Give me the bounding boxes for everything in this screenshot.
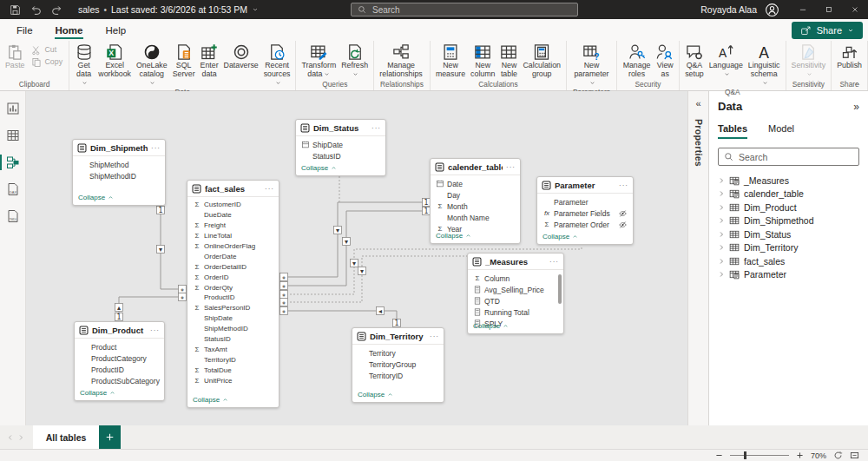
ribbon-button[interactable]: A Linguistic schema — [746, 42, 783, 88]
view-report[interactable] — [0, 99, 25, 118]
table-field[interactable]: Σ Month — [431, 201, 520, 212]
table-card-header[interactable]: Parameter ··· — [537, 177, 633, 194]
chevron-right-icon[interactable] — [718, 217, 725, 224]
table-card-header[interactable]: calender_table ··· — [431, 159, 520, 175]
table-field[interactable]: ProductSubCategory — [75, 375, 164, 386]
global-search-box[interactable]: Search — [351, 3, 578, 16]
ribbon-button[interactable]: Q&A setup — [682, 42, 707, 88]
ribbon-button[interactable]: New measure — [433, 42, 468, 80]
view-data[interactable] — [0, 126, 25, 145]
table-field[interactable]: ShipDate — [296, 139, 385, 150]
ribbon-tab[interactable]: Home — [44, 25, 95, 41]
table-field[interactable]: Σ Column — [468, 273, 563, 284]
zoom-out-button[interactable] — [715, 451, 723, 459]
view-model[interactable] — [0, 153, 25, 172]
ribbon-button[interactable]: Get data — [72, 42, 95, 88]
table-field[interactable]: Σ OrderQty — [187, 282, 279, 293]
table-field[interactable]: ProductCategory — [75, 352, 164, 364]
chevron-right-icon[interactable] — [718, 271, 725, 278]
ribbon-button[interactable]: View as — [654, 42, 676, 80]
table-field[interactable]: Σ CustomerID — [187, 200, 279, 210]
ribbon-button[interactable]: Copy — [28, 57, 67, 68]
table-field[interactable]: ShipMethodID — [187, 324, 279, 334]
ribbon-button[interactable]: Dataverse — [221, 42, 261, 88]
ribbon-button[interactable]: Recent sources — [261, 42, 293, 88]
collapse-data-pane-icon[interactable]: » — [853, 101, 859, 113]
ribbon-button[interactable]: Cut — [28, 45, 67, 56]
collapse-link[interactable]: Collapse — [542, 233, 578, 240]
redo-icon[interactable] — [51, 4, 62, 16]
expand-properties-icon[interactable]: « — [695, 98, 700, 109]
model-table-card[interactable]: calender_table ··· Date Day Σ — [430, 158, 521, 244]
table-field[interactable]: Σ OrderID — [187, 272, 279, 282]
reset-zoom-button[interactable] — [833, 451, 843, 460]
view-dax-query[interactable]: DAX — [0, 180, 25, 199]
table-field[interactable]: Σ TaxAmt — [187, 344, 279, 354]
table-card-header[interactable]: Dim_Product ··· — [75, 322, 164, 339]
view-tmdl[interactable]: TMDL — [0, 207, 25, 226]
table-field[interactable]: DueDate — [187, 210, 279, 221]
table-field[interactable]: Σ OrderDetailID — [187, 261, 279, 272]
table-field[interactable]: OrderDate — [187, 251, 279, 261]
maximize-button[interactable] — [816, 0, 842, 19]
table-field[interactable]: Territory — [352, 347, 444, 359]
ribbon-button[interactable]: New column — [468, 42, 497, 80]
table-tree-item[interactable]: fact_sales — [718, 254, 859, 268]
more-options-button[interactable]: ··· — [372, 124, 381, 132]
chevron-right-icon[interactable] — [718, 244, 725, 251]
table-tree-item[interactable]: Parameter — [718, 268, 859, 282]
user-name[interactable]: Royayda Alaa — [700, 4, 757, 15]
table-field[interactable]: Σ UnitPrice — [187, 375, 279, 385]
table-card-header[interactable]: Dim_Status ··· — [296, 120, 385, 136]
more-options-button[interactable]: ··· — [150, 326, 160, 334]
ribbon-button[interactable]: New table — [497, 42, 520, 80]
table-field[interactable]: fx Parameter Fields — [537, 207, 633, 219]
more-options-button[interactable]: ··· — [430, 333, 439, 340]
ribbon-button[interactable]: Manage relationships — [377, 42, 425, 80]
ribbon-button[interactable]: Paste — [3, 42, 28, 80]
table-card-header[interactable]: Dim_Territory ··· — [352, 328, 444, 345]
collapse-ribbon-button[interactable] — [853, 80, 861, 88]
table-field[interactable]: Running Total — [468, 306, 563, 318]
ribbon-button[interactable]: Sensitivity — [789, 42, 829, 80]
ribbon-button[interactable]: Transform data — [299, 42, 339, 80]
hidden-icon[interactable] — [618, 221, 628, 229]
table-tree-item[interactable]: _Measures — [718, 174, 859, 188]
table-field[interactable]: Day — [431, 189, 520, 201]
table-field[interactable]: QTD — [468, 295, 563, 306]
model-canvas[interactable]: *▾1*▾1*▾*▾*◂11▾*1▴* Dim_Shipmethod ··· S… — [26, 91, 687, 425]
table-field[interactable]: Avg_Selling_Price — [468, 284, 563, 295]
more-options-button[interactable]: ··· — [549, 258, 559, 266]
table-tree-item[interactable]: Dim_Product — [718, 201, 859, 214]
collapse-link[interactable]: Collapse — [193, 396, 228, 404]
model-table-card[interactable]: Dim_Product ··· Product ProductCategory — [74, 321, 165, 401]
table-tree-item[interactable]: calender_table — [718, 188, 859, 201]
model-table-card[interactable]: _Measures ··· Σ Column Avg_Selling_Price — [467, 253, 564, 334]
data-pane-tab[interactable]: Model — [768, 123, 794, 139]
table-field[interactable]: ShipDate — [187, 313, 279, 324]
table-field[interactable]: TerritoryID — [352, 370, 444, 381]
minimize-button[interactable] — [790, 0, 816, 19]
more-options-button[interactable]: ··· — [619, 181, 628, 189]
account-avatar-icon[interactable] — [765, 3, 779, 17]
chevron-down-icon[interactable] — [252, 6, 259, 13]
fit-to-screen-button[interactable] — [850, 451, 859, 460]
add-layout-button[interactable] — [99, 425, 121, 449]
ribbon-button[interactable]: A Language — [707, 42, 746, 88]
share-button[interactable]: Share — [792, 22, 863, 39]
ribbon-button[interactable]: Publish — [834, 42, 865, 80]
tab-all-tables[interactable]: All tables — [33, 425, 99, 449]
table-card-header[interactable]: Dim_Shipmethod ··· — [73, 140, 165, 156]
table-field[interactable]: ProductID — [187, 293, 279, 303]
more-options-button[interactable]: ··· — [265, 185, 274, 193]
ribbon-button[interactable]: ? New parameter — [569, 42, 614, 88]
ribbon-button[interactable]: Calculation group — [520, 42, 563, 80]
table-field[interactable]: TerritoryID — [187, 354, 279, 365]
chevron-right-icon[interactable] — [718, 177, 725, 184]
undo-icon[interactable] — [30, 4, 42, 16]
tab-scroll-right-button[interactable] — [16, 425, 26, 449]
table-field[interactable]: ShipMethod — [73, 159, 165, 170]
ribbon-button[interactable]: X Excel workbook — [95, 42, 134, 88]
tab-scroll-left-button[interactable] — [5, 425, 16, 449]
table-field[interactable]: Month Name — [431, 212, 520, 223]
